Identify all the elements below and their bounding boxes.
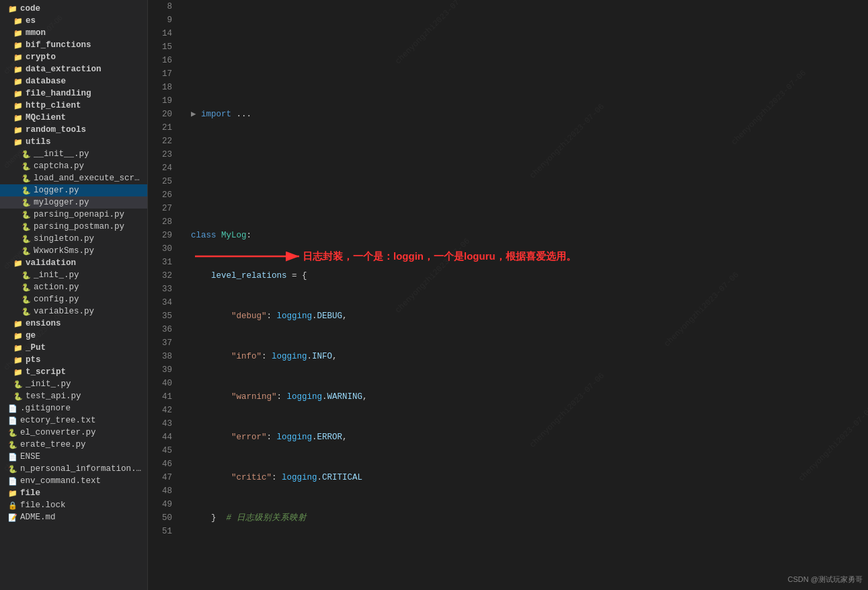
folder-icon: 📁 [13,41,23,50]
python-file-icon: 🐍 [22,235,31,244]
sidebar-item-ense[interactable]: 📄ENSE [0,451,147,463]
file-explorer: chenyongzhi2023-07-06 chenyongzhi2023-07… [0,0,148,590]
text-file-icon: 📄 [8,404,17,413]
folder-icon: 📁 [13,114,23,122]
folder-icon: 📁 [13,368,23,377]
text-file-icon: 📄 [8,416,17,425]
code-line-19: "info": logging.INFO, [191,350,868,363]
sidebar-item-data-extraction[interactable]: 📁data_extraction [0,63,147,75]
sidebar-item-pts[interactable]: 📁pts [0,354,147,366]
sidebar-item-http-client[interactable]: 📁http_client [0,100,147,112]
code-area[interactable]: 8 9 14 15 16 17 18 19 20 21 22 23 24 25 … [148,0,868,590]
sidebar-item-logger-py[interactable]: 🐍logger.py [0,184,147,196]
sidebar-item-init2-py[interactable]: 🐍_init_.py [0,269,147,281]
python-file-icon: 🐍 [8,441,17,449]
sidebar-item-init-py[interactable]: 🐍__init__.py [0,148,147,160]
sidebar-item-readme-md[interactable]: 📝ADME.md [0,511,147,523]
sidebar-item-mylogger-py[interactable]: 🐍mylogger.py [0,196,147,209]
sidebar-item-load-execute-py[interactable]: 🐍load_and_execute_script.py [0,172,147,184]
python-file-icon: 🐍 [22,211,31,219]
sidebar-item-action-py[interactable]: 🐍action.py [0,281,147,293]
sidebar-item-erate-tree-py[interactable]: 🐍erate_tree.py [0,439,147,451]
python-file-icon: 🐍 [22,223,31,231]
sidebar-item-file[interactable]: 📁file [0,487,147,499]
sidebar-item-variables-py[interactable]: 🐍variables.py [0,305,147,318]
python-file-icon: 🐍 [22,174,31,183]
sidebar-item-crypto[interactable]: 📁crypto [0,51,147,63]
sidebar-item-random-tools[interactable]: 📁random_tools [0,124,147,136]
sidebar-item-validation[interactable]: 📁validation [0,257,147,269]
folder-icon: 📁 [13,259,23,268]
code-line-8 [191,67,868,81]
code-lines: chenyongzhi2023-07-06 chenyongzhi2023-07… [180,0,868,590]
sidebar-item-ge[interactable]: 📁ge [0,330,147,342]
folder-icon: 📁 [13,356,23,365]
code-line-9: ▶ import ... [191,108,868,121]
python-file-icon: 🐍 [22,271,31,280]
csdn-badge: CSDN @测试玩家勇哥 [788,575,863,585]
sidebar-item-env-command[interactable]: 📄env_command.text [0,475,147,487]
folder-icon: 📁 [8,489,17,498]
folder-icon: 📁 [13,138,23,147]
sidebar-item-bif-functions[interactable]: 📁bif_functions [0,39,147,51]
code-line-18: "debug": logging.DEBUG, [191,309,868,323]
folder-icon: 📁 [13,65,23,74]
code-line-16: class MyLog: [191,229,868,242]
markdown-file-icon: 📝 [8,513,17,522]
sidebar-item-el-converter-py[interactable]: 🐍el_converter.py [0,427,147,439]
sidebar-item-config-py[interactable]: 🐍config.py [0,293,147,305]
text-file-icon: 📄 [8,477,17,486]
sidebar-item-personal-info-py[interactable]: 🐍n_personal_information.py [0,463,147,475]
python-file-icon: 🐍 [22,186,31,195]
sidebar-item-directory-tree[interactable]: 📄ectory_tree.txt [0,414,147,427]
sidebar-item-test-api-py[interactable]: 🐍test_api.py [0,390,147,402]
code-line-23: } # 日志级别关系映射 [191,511,868,525]
sidebar-item-t-script[interactable]: 📁t_script [0,366,147,378]
sidebar-item-gitignore[interactable]: 📄.gitignore [0,402,147,414]
sidebar-item-code[interactable]: 📁code [0,3,147,15]
sidebar-item-es[interactable]: 📁es [0,15,147,27]
code-line-17: level_relations = { [191,269,868,283]
sidebar-item-mqclient[interactable]: 📁MQclient [0,112,147,124]
python-file-icon: 🐍 [8,465,17,474]
folder-icon: 📁 [13,17,23,26]
folder-icon: 📁 [13,320,23,328]
folder-icon: 📁 [13,29,23,38]
sidebar-item-init3-py[interactable]: 🐍_init_.py [0,378,147,390]
sidebar-item-wxworksms-py[interactable]: 🐍WxworkSms.py [0,245,147,257]
python-file-icon: 🐍 [22,162,31,171]
sidebar-item-ensions[interactable]: 📁ensions [0,318,147,330]
folder-icon: 📁 [13,344,23,353]
code-line-15 [191,188,868,202]
python-file-icon: 🐍 [22,295,31,304]
folder-icon: 📁 [13,53,23,62]
sidebar-item-captcha-py[interactable]: 🐍captcha.py [0,160,147,172]
python-file-icon: 🐍 [22,307,31,316]
lock-file-icon: 🔒 [8,501,17,510]
sidebar-item-singleton-py[interactable]: 🐍singleton.py [0,233,147,245]
sidebar-item-file-lock[interactable]: 🔒file.lock [0,499,147,511]
code-line-21: "error": logging.ERROR, [191,431,868,444]
code-line-22: "critic": logging.CRITICAL [191,471,868,484]
python-file-icon: 🐍 [13,392,23,401]
sidebar-item-database[interactable]: 📁database [0,75,147,87]
folder-icon: 📁 [13,77,23,86]
python-file-icon: 🐍 [22,198,31,207]
sidebar-item-mmon[interactable]: 📁mmon [0,27,147,39]
line-numbers: 8 9 14 15 16 17 18 19 20 21 22 23 24 25 … [148,0,180,590]
folder-icon: 📁 [13,102,23,110]
text-file-icon: 📄 [8,453,17,462]
sidebar-item-parsing-openapi-py[interactable]: 🐍parsing_openapi.py [0,209,147,221]
python-file-icon: 🐍 [22,283,31,292]
python-file-icon: 🐍 [13,380,23,389]
folder-icon: 📁 [13,332,23,340]
folder-icon: 📁 [13,89,23,98]
sidebar-item-put[interactable]: 📁_Put [0,342,147,354]
sidebar-item-parsing-postman-py[interactable]: 🐍parsing_postman.py [0,221,147,233]
code-line-20: "warning": logging.WARNING, [191,390,868,404]
python-file-icon: 🐍 [8,429,17,437]
sidebar-item-utils[interactable]: 📁utils [0,136,147,148]
folder-icon: 📁 [8,5,17,13]
sidebar-item-file-handling[interactable]: 📁file_handling [0,87,147,100]
python-file-icon: 🐍 [22,247,31,256]
